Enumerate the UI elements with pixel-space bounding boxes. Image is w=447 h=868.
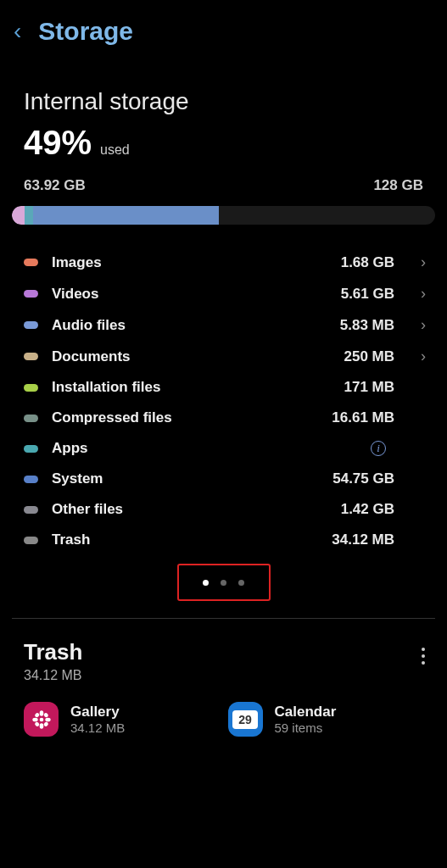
used-label: used: [100, 142, 130, 158]
svg-point-4: [45, 717, 50, 721]
trash-app-gallery[interactable]: Gallery 34.12 MB: [24, 702, 220, 737]
category-color-dot: [24, 506, 38, 514]
category-size: 5.61 GB: [341, 286, 394, 303]
calendar-icon: 29: [228, 702, 263, 737]
svg-point-6: [42, 721, 48, 726]
used-amount: 63.92 GB: [24, 177, 86, 194]
capacity-row: 63.92 GB 128 GB: [0, 162, 447, 201]
category-color-dot: [24, 353, 38, 360]
svg-point-5: [34, 712, 40, 718]
trash-apps: Gallery 34.12 MB 29 Calendar 59 items: [0, 683, 447, 737]
app-sub: 59 items: [275, 721, 337, 735]
app-name: Calendar: [275, 704, 337, 721]
category-size: 16.61 MB: [332, 409, 394, 426]
trash-app-calendar[interactable]: 29 Calendar 59 items: [228, 702, 424, 737]
page-dot: [203, 580, 209, 586]
category-size: 34.12 MB: [332, 531, 394, 548]
percent-row: 49% used: [0, 115, 447, 162]
svg-point-2: [39, 723, 43, 728]
chevron-right-icon: ›: [408, 253, 439, 271]
category-row: Installation files171 MB: [24, 372, 439, 403]
category-size: 250 MB: [344, 348, 394, 365]
svg-point-3: [32, 717, 37, 721]
header: ‹ Storage: [0, 0, 447, 63]
trash-size: 34.12 MB: [24, 668, 82, 683]
total-amount: 128 GB: [373, 177, 423, 194]
category-color-dot: [24, 321, 38, 329]
app-sub: 34.12 MB: [70, 721, 125, 735]
category-size: 1.68 GB: [341, 254, 394, 271]
category-color-dot: [24, 415, 38, 422]
svg-point-8: [42, 712, 48, 718]
category-name: Videos: [52, 286, 327, 303]
category-color-dot: [24, 259, 38, 266]
gallery-icon: [24, 702, 59, 737]
bar-segment: [33, 206, 220, 225]
category-color-dot: [24, 476, 38, 483]
app-name: Gallery: [70, 704, 125, 721]
category-color-dot: [24, 290, 38, 298]
bar-segment: [12, 206, 25, 225]
page-title: Storage: [38, 17, 133, 46]
section-internal-title: Internal storage: [0, 63, 447, 115]
svg-point-0: [39, 717, 43, 721]
storage-bar: [12, 206, 435, 225]
category-size: 5.83 MB: [340, 317, 394, 334]
category-row: System54.75 GB: [24, 464, 439, 494]
category-row: Other files1.42 GB: [24, 494, 439, 525]
bar-segment: [25, 206, 33, 225]
category-row[interactable]: Appsi: [24, 433, 439, 464]
category-size: 171 MB: [344, 379, 394, 396]
category-name: System: [52, 470, 319, 487]
category-row: Trash34.12 MB: [24, 525, 439, 555]
category-name: Audio files: [52, 317, 327, 334]
category-color-dot: [24, 537, 38, 544]
category-name: Installation files: [52, 379, 330, 396]
page-dot: [238, 580, 244, 586]
category-name: Images: [52, 254, 327, 271]
chevron-right-icon: ›: [408, 348, 439, 365]
svg-point-1: [39, 710, 43, 715]
category-row[interactable]: Audio files5.83 MB›: [24, 309, 439, 341]
category-name: Documents: [52, 348, 330, 365]
page-dot: [221, 580, 226, 586]
info-icon[interactable]: i: [371, 441, 386, 456]
calendar-date: 29: [232, 710, 258, 729]
percent-value: 49%: [24, 124, 92, 162]
category-row[interactable]: Documents250 MB›: [24, 341, 439, 372]
category-name: Apps: [52, 440, 357, 457]
category-row: Compressed files16.61 MB: [24, 403, 439, 433]
category-list: Images1.68 GB›Videos5.61 GB›Audio files5…: [0, 225, 447, 555]
trash-title: Trash: [24, 639, 82, 665]
chevron-right-icon: ›: [408, 285, 439, 303]
trash-header: Trash 34.12 MB: [0, 619, 447, 683]
category-row[interactable]: Videos5.61 GB›: [24, 278, 439, 309]
category-color-dot: [24, 384, 38, 392]
category-name: Compressed files: [52, 409, 318, 426]
category-size: 54.75 GB: [332, 470, 394, 487]
category-row[interactable]: Images1.68 GB›: [24, 247, 439, 278]
page-indicator[interactable]: [177, 564, 271, 601]
category-color-dot: [24, 445, 38, 453]
more-icon[interactable]: [416, 639, 430, 673]
category-name: Trash: [52, 531, 318, 548]
svg-point-7: [34, 721, 40, 726]
back-icon[interactable]: ‹: [14, 18, 21, 45]
category-size: 1.42 GB: [341, 501, 394, 518]
chevron-right-icon: ›: [408, 316, 439, 334]
category-name: Other files: [52, 501, 327, 518]
